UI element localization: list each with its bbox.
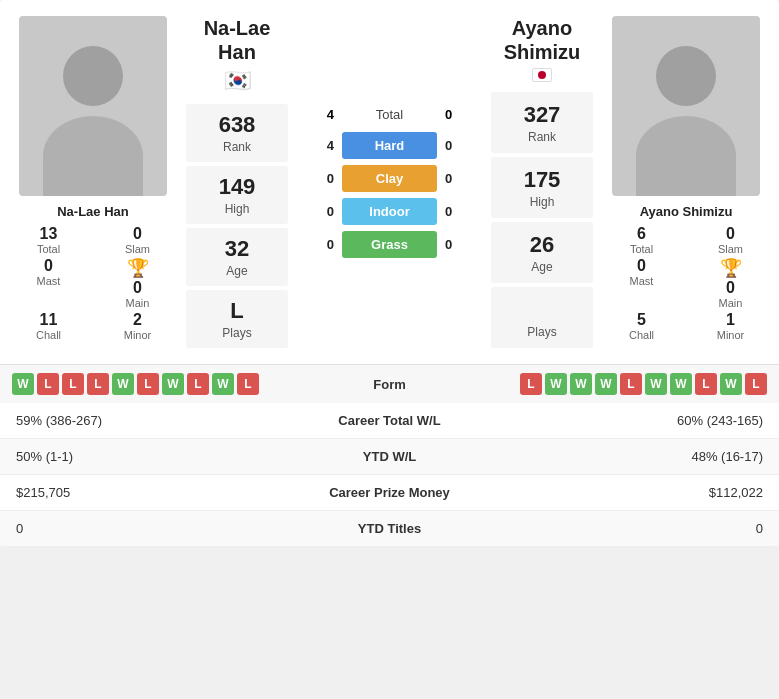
grass-right-val: 0 [445, 237, 475, 252]
indoor-left-val: 0 [304, 204, 334, 219]
total-label: Total [342, 107, 437, 122]
grass-button[interactable]: Grass [342, 231, 437, 258]
form-badge-left: W [162, 373, 184, 395]
left-age-box: 32 Age [186, 228, 288, 286]
form-badge-right: L [620, 373, 642, 395]
trophy-icon-right: 🏆 [720, 257, 742, 279]
right-slam-value: 0 [726, 225, 735, 243]
total-right-val: 0 [445, 107, 475, 122]
form-badge-left: L [87, 373, 109, 395]
left-chall-stat: 11 Chall [8, 311, 89, 341]
grass-left-val: 0 [304, 237, 334, 252]
right-high-label: High [530, 195, 555, 209]
form-section: WLLLWLWLWL Form LWWWLWWLWL [0, 364, 779, 403]
table-center-label: YTD W/L [257, 439, 522, 475]
left-rank-value: 638 [219, 112, 256, 138]
left-plays-label: Plays [222, 326, 251, 340]
trophy-icon-left: 🏆 [127, 257, 149, 279]
total-row: 4 Total 0 [304, 107, 475, 122]
form-badge-right: W [645, 373, 667, 395]
form-badge-left: L [187, 373, 209, 395]
form-badge-right: W [720, 373, 742, 395]
table-center-label: Career Prize Money [257, 475, 522, 511]
left-rank-label: Rank [223, 140, 251, 154]
form-badge-left: W [212, 373, 234, 395]
right-total-value: 6 [637, 225, 646, 243]
form-badge-left: L [37, 373, 59, 395]
form-badge-right: W [570, 373, 592, 395]
left-player-avatar [19, 16, 167, 196]
right-age-label: Age [531, 260, 552, 274]
right-high-value: 175 [524, 167, 561, 193]
left-rank-box: 638 Rank [186, 104, 288, 162]
left-slam-value: 0 [133, 225, 142, 243]
form-badge-left: L [237, 373, 259, 395]
clay-left-val: 0 [304, 171, 334, 186]
hard-button[interactable]: Hard [342, 132, 437, 159]
clay-right-val: 0 [445, 171, 475, 186]
right-avatar-body [636, 116, 736, 196]
form-badge-left: W [112, 373, 134, 395]
hard-row: 4 Hard 0 [304, 132, 475, 159]
right-main-stat: 🏆 0 Main [690, 257, 771, 309]
left-mast-value: 0 [44, 257, 53, 275]
form-badge-right: W [595, 373, 617, 395]
right-minor-label: Minor [717, 329, 745, 341]
table-center-label: Career Total W/L [257, 403, 522, 439]
left-slam-label: Slam [125, 243, 150, 255]
right-avatar-head [656, 46, 716, 106]
form-badge-right: W [670, 373, 692, 395]
left-total-value: 13 [40, 225, 58, 243]
table-left-val: $215,705 [0, 475, 257, 511]
form-badge-left: W [12, 373, 34, 395]
right-total-stat: 6 Total [601, 225, 682, 255]
form-label: Form [350, 377, 430, 392]
clay-button[interactable]: Clay [342, 165, 437, 192]
left-flag: 🇰🇷 [224, 68, 251, 94]
right-player-block: Ayano Shimizu 6 Total 0 Slam 0 Mast 🏆 0 [601, 16, 771, 348]
right-mast-value: 0 [637, 257, 646, 275]
left-chall-label: Chall [36, 329, 61, 341]
center-right-stats: AyanoShimizu 327 Rank 175 High 26 Age Pl… [487, 16, 597, 348]
hard-left-val: 4 [304, 138, 334, 153]
right-age-value: 26 [530, 232, 554, 258]
table-row: 0YTD Titles0 [0, 511, 779, 547]
left-mast-stat: 0 Mast [8, 257, 89, 309]
table-left-val: 50% (1-1) [0, 439, 257, 475]
right-chall-stat: 5 Chall [601, 311, 682, 341]
left-player-block: Na-Lae Han 13 Total 0 Slam 0 Mast 🏆 0 M [8, 16, 178, 348]
left-high-box: 149 High [186, 166, 288, 224]
left-mast-label: Mast [37, 275, 61, 287]
form-badge-right: L [520, 373, 542, 395]
right-player-avatar [612, 16, 760, 196]
left-name-header: Na-Lae Han [186, 16, 288, 64]
clay-row: 0 Clay 0 [304, 165, 475, 192]
left-player-header: Na-Lae Han 🇰🇷 [186, 16, 288, 94]
right-rank-box: 327 Rank [491, 92, 593, 153]
total-left-val: 4 [304, 107, 334, 122]
left-avatar-body [43, 116, 143, 196]
right-mast-label: Mast [630, 275, 654, 287]
table-row: 50% (1-1)YTD W/L48% (16-17) [0, 439, 779, 475]
right-rank-value: 327 [524, 102, 561, 128]
form-badge-right: L [695, 373, 717, 395]
form-badge-left: L [62, 373, 84, 395]
right-high-box: 175 High [491, 157, 593, 218]
indoor-button[interactable]: Indoor [342, 198, 437, 225]
form-badge-left: L [137, 373, 159, 395]
table-right-val: 60% (243-165) [522, 403, 779, 439]
right-name-header: AyanoShimizu [504, 16, 581, 64]
right-form-badges: LWWWLWWLWL [430, 373, 768, 395]
left-main-label: Main [126, 297, 150, 309]
left-age-value: 32 [225, 236, 249, 262]
indoor-right-val: 0 [445, 204, 475, 219]
left-high-label: High [225, 202, 250, 216]
left-main-value: 0 [133, 279, 142, 297]
left-slam-stat: 0 Slam [97, 225, 178, 255]
right-slam-label: Slam [718, 243, 743, 255]
left-age-label: Age [226, 264, 247, 278]
right-player-name: Ayano Shimizu [640, 204, 733, 219]
right-mast-stat: 0 Mast [601, 257, 682, 309]
table-left-val: 59% (386-267) [0, 403, 257, 439]
table-right-val: 0 [522, 511, 779, 547]
